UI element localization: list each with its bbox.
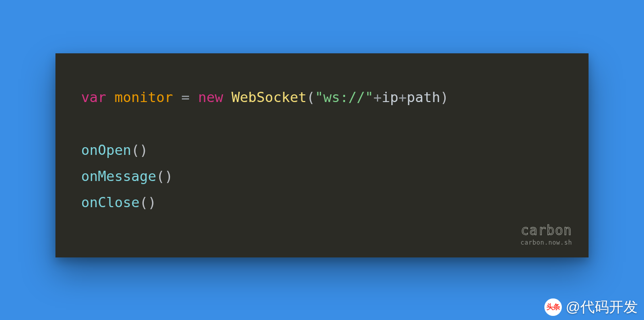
token-parens: () [156,168,173,184]
attribution-bar: 头条 @代码开发 [544,297,638,317]
token-equals: = [181,89,190,105]
token-plus: + [373,89,382,105]
attribution-handle: @代码开发 [566,297,638,317]
code-block: var monitor = new WebSocket("ws://"+ip+p… [81,84,563,215]
token-parens: () [140,194,157,210]
token-identifier-path: path [407,89,440,105]
token-identifier-ip: ip [382,89,399,105]
token-class-websocket: WebSocket [232,89,307,105]
token-fn-onmessage: onMessage [81,168,156,184]
watermark-brand: carbon [521,224,572,237]
toutiao-logo-icon: 头条 [544,298,562,316]
watermark-url: carbon.now.sh [521,239,572,246]
token-plus: + [399,89,407,105]
token-paren-close: ) [440,89,448,105]
code-card: var monitor = new WebSocket("ws://"+ip+p… [55,53,589,257]
token-keyword-new: new [198,89,223,105]
carbon-watermark: carbon carbon.now.sh [521,224,572,246]
token-string-ws: "ws://" [315,89,373,105]
token-fn-onclose: onClose [81,194,140,210]
token-paren-open: ( [307,89,315,105]
token-parens: () [131,142,148,158]
token-identifier-monitor: monitor [115,89,173,105]
token-keyword-var: var [81,89,106,105]
token-fn-onopen: onOpen [81,142,131,158]
